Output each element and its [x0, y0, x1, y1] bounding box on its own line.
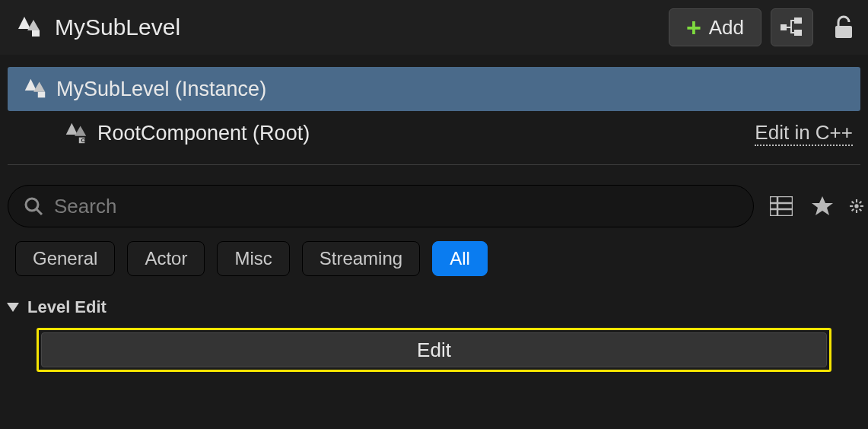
header: MySubLevel + Add: [0, 0, 868, 55]
svg-line-27: [860, 209, 862, 211]
svg-marker-8: [33, 82, 45, 92]
level-instance-icon: [20, 76, 50, 102]
lock-icon-button[interactable]: [822, 8, 865, 46]
filter-all[interactable]: All: [432, 241, 488, 276]
svg-line-15: [37, 209, 42, 214]
outliner-item-selected[interactable]: MySubLevel (Instance): [8, 67, 860, 111]
search-input[interactable]: [54, 195, 738, 218]
svg-rect-4: [794, 17, 802, 24]
root-component-icon: C: [61, 120, 91, 146]
search-box[interactable]: [8, 185, 754, 227]
section-header[interactable]: Level Edit: [0, 297, 868, 317]
svg-marker-30: [7, 303, 19, 312]
svg-rect-3: [781, 24, 787, 30]
search-icon: [24, 196, 43, 216]
edit-highlight: Edit: [37, 328, 831, 372]
filter-streaming[interactable]: Streaming: [302, 241, 420, 276]
svg-marker-10: [66, 123, 78, 135]
favorite-icon[interactable]: [809, 192, 836, 220]
svg-marker-0: [18, 17, 30, 29]
svg-rect-6: [835, 26, 852, 38]
svg-point-21: [854, 204, 858, 208]
svg-line-28: [852, 209, 854, 211]
hierarchy-icon-button[interactable]: [771, 8, 813, 46]
section-level-edit: Level Edit Edit: [0, 297, 868, 384]
filter-actor[interactable]: Actor: [127, 241, 205, 276]
level-icon: [14, 12, 44, 43]
table-view-icon[interactable]: [768, 192, 795, 220]
filter-general[interactable]: General: [15, 241, 115, 276]
header-buttons: + Add: [669, 8, 868, 46]
svg-line-26: [852, 202, 854, 204]
outliner-item-label: MySubLevel (Instance): [56, 78, 860, 101]
svg-point-14: [26, 199, 38, 211]
svg-marker-7: [25, 79, 37, 91]
svg-text:C: C: [81, 137, 86, 144]
section-title: Level Edit: [27, 297, 107, 317]
svg-marker-11: [75, 126, 86, 136]
svg-rect-9: [38, 92, 45, 98]
outliner-child-label: RootComponent (Root): [97, 122, 755, 145]
collapse-icon: [6, 300, 20, 314]
svg-rect-16: [770, 196, 793, 216]
add-button[interactable]: + Add: [669, 8, 761, 46]
settings-icon[interactable]: [850, 192, 863, 220]
filter-row: General Actor Misc Streaming All: [0, 227, 868, 276]
add-button-label: Add: [709, 16, 744, 40]
search-row: [0, 165, 868, 227]
svg-rect-2: [32, 30, 40, 37]
svg-marker-1: [27, 20, 40, 30]
filter-misc[interactable]: Misc: [217, 241, 289, 276]
page-title: MySubLevel: [55, 14, 669, 40]
outliner-item-child[interactable]: C RootComponent (Root) Edit in C++: [0, 111, 868, 155]
svg-line-29: [860, 202, 862, 204]
edit-in-cpp-link[interactable]: Edit in C++: [755, 121, 853, 146]
outliner: MySubLevel (Instance) C RootComponent (R…: [0, 55, 868, 165]
edit-button[interactable]: Edit: [41, 332, 827, 367]
svg-marker-20: [812, 196, 833, 215]
plus-icon: +: [686, 14, 701, 40]
svg-rect-5: [794, 30, 802, 36]
